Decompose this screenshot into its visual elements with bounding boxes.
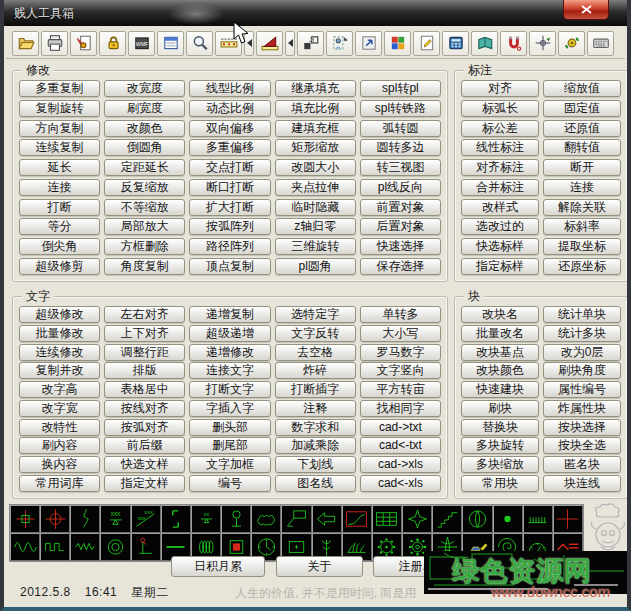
cad-symbol-table-grid[interactable] (372, 505, 402, 533)
tool-button[interactable]: 文字加框 (189, 456, 270, 473)
reference-book-button[interactable] (471, 31, 498, 56)
cad-symbol-stairs[interactable] (432, 505, 462, 533)
tool-button[interactable]: 倒圆角 (104, 139, 185, 156)
tool-button[interactable]: cad->txt (360, 419, 441, 436)
open-drawing-button[interactable] (12, 31, 39, 56)
daily-tips-button[interactable]: 日积月累 (171, 556, 265, 577)
tool-button[interactable]: 交点打断 (189, 159, 270, 176)
cad-symbol-lamp-post[interactable] (221, 505, 251, 533)
tool-button[interactable]: 前后缀 (104, 437, 185, 454)
tool-button[interactable]: 连续修改 (19, 344, 100, 361)
tool-button[interactable]: 调整行距 (104, 344, 185, 361)
copy-blocks-button[interactable] (297, 31, 324, 56)
cad-symbol-red-crosshair[interactable] (553, 505, 583, 533)
tool-button[interactable]: 打断 (19, 199, 100, 216)
tool-button[interactable]: 标弧长 (461, 100, 539, 117)
tool-button[interactable]: 保存选择 (360, 258, 441, 275)
tool-button[interactable]: 按线对齐 (104, 400, 185, 417)
tool-button[interactable]: 改块名 (461, 306, 539, 323)
tool-button[interactable]: 改块颜色 (461, 362, 539, 379)
tool-button[interactable]: 表格居中 (104, 381, 185, 398)
settings-gear-button[interactable] (558, 31, 585, 56)
close-button[interactable] (563, 0, 609, 20)
tool-button[interactable]: 继承填充 (275, 80, 356, 97)
selection-filter-button[interactable] (326, 31, 353, 56)
tool-button[interactable]: 按块选择 (543, 419, 621, 436)
tool-button[interactable]: 递增修改 (189, 344, 270, 361)
tool-button[interactable]: z轴归零 (275, 218, 356, 235)
tool-button[interactable]: 统计多块 (543, 325, 621, 342)
tool-button[interactable]: 扩大打断 (189, 199, 270, 216)
tool-button[interactable]: 多块缩放 (461, 456, 539, 473)
tool-button[interactable]: 找相同字 (360, 400, 441, 417)
tool-button[interactable]: 删尾部 (189, 437, 270, 454)
tool-button[interactable]: 标公差 (461, 120, 539, 137)
tool-button[interactable]: 反复缩放 (104, 179, 185, 196)
cad-symbol-break-line[interactable] (70, 505, 100, 533)
tool-button[interactable]: 连接 (543, 179, 621, 196)
cad-symbol-axis-circle[interactable] (40, 505, 70, 533)
layer-dialog-button[interactable] (157, 31, 184, 56)
tool-button[interactable]: 炸碎 (275, 362, 356, 379)
cad-symbol-square-wave[interactable] (40, 533, 70, 561)
tool-button[interactable]: 超级修改 (19, 306, 100, 323)
purge-stamp-button[interactable] (70, 31, 97, 56)
tool-button[interactable]: 路径阵列 (189, 238, 270, 255)
tool-button[interactable]: 翻转值 (543, 139, 621, 156)
tool-button[interactable]: 删头部 (189, 419, 270, 436)
cad-symbol-comb-teeth[interactable] (523, 505, 553, 533)
tool-button[interactable]: 断开 (543, 159, 621, 176)
tool-button[interactable]: 快速选择 (360, 238, 441, 255)
cad-symbol-curve-diagram[interactable] (342, 505, 372, 533)
cad-symbol-zigzag-wave[interactable] (70, 533, 100, 561)
tool-button[interactable]: 等分 (19, 218, 100, 235)
tool-button[interactable]: 改块基点 (461, 344, 539, 361)
tool-button[interactable]: 递增复制 (189, 306, 270, 323)
tool-button[interactable]: 选特定字 (275, 306, 356, 323)
tool-button[interactable]: 夹点拉伸 (275, 179, 356, 196)
tool-button[interactable]: 打断文字 (189, 381, 270, 398)
tool-button[interactable]: 打断插字 (275, 381, 356, 398)
tool-button[interactable]: 多块旋转 (461, 437, 539, 454)
tool-button[interactable]: 提取坐标 (543, 238, 621, 255)
cad-symbol-elevation-mark[interactable]: xxx (100, 505, 130, 533)
tool-button[interactable]: 排版 (104, 362, 185, 379)
tool-button[interactable]: 多重复制 (19, 80, 100, 97)
titlebar[interactable]: 贱人工具箱 (0, 0, 631, 26)
cad-symbol-concentric-circles[interactable] (100, 533, 130, 561)
tool-button[interactable]: 替换块 (461, 419, 539, 436)
tool-button[interactable]: 线性标注 (461, 139, 539, 156)
tool-button[interactable]: 注释 (275, 400, 356, 417)
tool-button[interactable]: 指定文样 (104, 475, 185, 492)
print-button[interactable] (41, 31, 68, 56)
tool-button[interactable]: 三维旋转 (275, 238, 356, 255)
tool-button[interactable]: 复制并改 (19, 362, 100, 379)
cad-symbol-revision-cloud[interactable] (251, 505, 281, 533)
tool-button[interactable]: 缩放值 (543, 80, 621, 97)
tool-button[interactable]: 临时隐藏 (275, 199, 356, 216)
tool-button[interactable]: spl转pl (360, 80, 441, 97)
tool-button[interactable]: 刷块角度 (543, 362, 621, 379)
about-button[interactable]: 关于 (276, 556, 363, 577)
zoom-search-button[interactable] (186, 31, 213, 56)
tool-button[interactable]: 按块全选 (543, 437, 621, 454)
slope-dimension-button[interactable] (256, 31, 283, 56)
tool-button[interactable]: 按弧阵列 (189, 218, 270, 235)
tool-button[interactable]: 局部放大 (104, 218, 185, 235)
edit-note-button[interactable] (413, 31, 440, 56)
tool-button[interactable]: 断口打断 (189, 179, 270, 196)
tool-button[interactable]: 选改过的 (461, 218, 539, 235)
tool-button[interactable]: 角度复制 (104, 258, 185, 275)
tool-button[interactable]: 弧转圆 (360, 120, 441, 137)
tool-button[interactable]: 顶点复制 (189, 258, 270, 275)
tool-button[interactable]: pl圆角 (275, 258, 356, 275)
tool-button[interactable]: 字插入字 (189, 400, 270, 417)
lock-layer-button[interactable] (99, 31, 126, 56)
tool-button[interactable]: 换内容 (19, 456, 100, 473)
wmf-export-button[interactable]: WMF (128, 31, 155, 56)
tool-button[interactable]: 方向复制 (19, 120, 100, 137)
tool-button[interactable]: 快速建块 (461, 381, 539, 398)
tool-button[interactable]: 数字求和 (275, 419, 356, 436)
tool-button[interactable]: 左右对齐 (104, 306, 185, 323)
tool-button[interactable]: 建填充框 (275, 120, 356, 137)
